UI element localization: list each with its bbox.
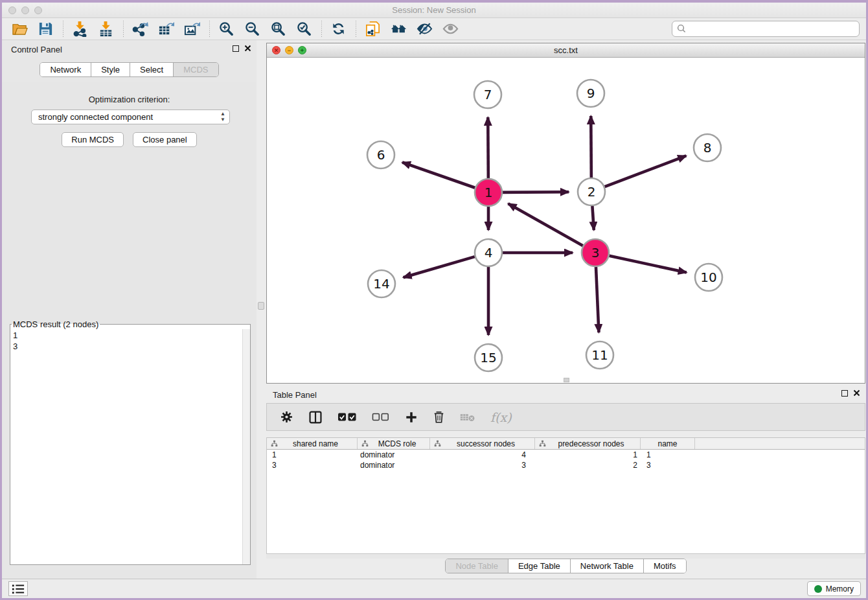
close-panel-button[interactable]: Close panel [133, 132, 197, 147]
table-cell[interactable]: 1 [535, 450, 641, 460]
network-window-titlebar[interactable]: ✕ − + scc.txt [267, 43, 865, 58]
graph-node-label: 15 [480, 350, 496, 365]
result-scrollbar[interactable] [242, 329, 250, 564]
graph-edge-4-14[interactable] [404, 257, 475, 277]
table-cell[interactable]: 3 [641, 460, 695, 470]
result-item[interactable]: 3 [13, 341, 247, 352]
table-panel-title: Table Panel [273, 390, 317, 400]
table-cell[interactable]: 3 [267, 460, 358, 470]
table-cell[interactable]: 1 [267, 450, 358, 460]
import-network-icon[interactable] [69, 20, 91, 38]
export-network-icon[interactable] [129, 20, 151, 38]
graph-node-4[interactable]: 4 [475, 239, 502, 266]
open-session-icon[interactable] [8, 20, 30, 38]
add-row-icon[interactable] [405, 411, 418, 424]
search-icon [677, 24, 686, 33]
table-row[interactable]: 1dominator411 [267, 450, 865, 460]
column-header-predecessor-nodes[interactable]: predecessor nodes [535, 438, 641, 449]
network-graph[interactable]: 7968124314101511 [267, 58, 865, 383]
graph-edge-3-11[interactable] [596, 267, 599, 332]
control-panel-title: Control Panel [11, 45, 62, 54]
export-table-icon[interactable] [155, 20, 177, 38]
duplicate-network-icon[interactable] [361, 20, 383, 38]
graph-edge-2-8[interactable] [605, 156, 687, 187]
refresh-layout-icon[interactable] [327, 20, 349, 38]
table-cell[interactable]: dominator [358, 450, 430, 460]
tab-select[interactable]: Select [130, 63, 174, 76]
graph-node-label: 7 [484, 87, 492, 102]
column-header-name[interactable]: name [641, 438, 695, 449]
result-item[interactable]: 1 [13, 330, 247, 341]
table-row[interactable]: 3dominator323 [267, 460, 865, 470]
graph-node-3[interactable]: 3 [582, 239, 609, 266]
graph-node-7[interactable]: 7 [474, 81, 501, 108]
select-all-icon[interactable] [337, 411, 357, 423]
tab-network-table[interactable]: Network Table [571, 559, 644, 573]
hide-selected-icon[interactable] [413, 20, 435, 38]
list-icon [12, 583, 25, 595]
float-panel-icon[interactable] [233, 45, 239, 52]
export-image-icon[interactable] [181, 20, 203, 38]
column-type-icon [361, 440, 369, 447]
tab-edge-table[interactable]: Edge Table [508, 559, 571, 573]
zoom-fit-icon[interactable] [267, 20, 289, 38]
graph-node-6[interactable]: 6 [367, 141, 394, 168]
graph-node-10[interactable]: 10 [695, 264, 722, 291]
column-header-shared-name[interactable]: shared name [267, 438, 358, 449]
task-history-button[interactable] [8, 581, 28, 596]
optimization-criterion-label: Optimization criterion: [2, 95, 257, 104]
mcds-result-list[interactable]: 13 [10, 329, 250, 564]
tab-node-table[interactable]: Node Table [446, 559, 508, 573]
import-table-icon[interactable] [95, 20, 117, 38]
table-cell[interactable]: dominator [358, 460, 430, 470]
save-session-icon[interactable] [34, 20, 56, 38]
graph-edge-1-6[interactable] [402, 163, 475, 188]
zoom-selected-icon[interactable] [293, 20, 315, 38]
split-columns-icon[interactable] [308, 410, 323, 424]
table-cell[interactable]: 2 [535, 460, 641, 470]
zoom-out-icon[interactable] [241, 20, 263, 38]
graph-node-15[interactable]: 15 [475, 344, 502, 371]
graph-node-1[interactable]: 1 [475, 179, 502, 206]
graph-node-11[interactable]: 11 [586, 341, 613, 369]
float-table-panel-icon[interactable] [841, 390, 848, 397]
graph-node-8[interactable]: 8 [694, 134, 721, 161]
close-panel-icon[interactable] [244, 45, 251, 52]
column-header-mcds-role[interactable]: MCDS role [358, 438, 430, 449]
graph-edge-3-1[interactable] [508, 203, 582, 246]
search-input[interactable] [672, 21, 860, 37]
run-mcds-button[interactable]: Run MCDS [62, 132, 124, 147]
deselect-all-icon[interactable] [372, 411, 390, 422]
column-header-successor-nodes[interactable]: successor nodes [430, 438, 535, 449]
gear-icon[interactable] [280, 410, 293, 424]
graph-edge-1-2[interactable] [503, 192, 569, 192]
graph-edge-2-3[interactable] [592, 206, 593, 230]
tab-mcds[interactable]: MCDS [174, 63, 218, 76]
graph-edge-3-10[interactable] [609, 256, 686, 273]
canvas-scroll-thumb[interactable] [564, 378, 569, 382]
memory-button[interactable]: Memory [807, 581, 861, 596]
delete-row-icon[interactable] [433, 410, 445, 424]
toolbar-separator [209, 21, 210, 38]
zoom-in-icon[interactable] [215, 20, 237, 38]
graph-node-label: 2 [588, 184, 596, 200]
criterion-select[interactable]: strongly connected component ▲▼ [31, 110, 230, 124]
control-panel-tabs: NetworkStyleSelectMCDS [40, 62, 218, 77]
tab-network[interactable]: Network [40, 63, 91, 76]
close-table-panel-icon[interactable] [853, 389, 860, 397]
graph-node-2[interactable]: 2 [578, 178, 605, 205]
graph-node-label: 3 [591, 245, 600, 260]
table-cell[interactable]: 4 [430, 450, 535, 460]
first-neighbors-icon[interactable] [387, 20, 409, 38]
memory-status-icon [814, 585, 822, 593]
tab-style[interactable]: Style [91, 63, 130, 76]
network-canvas[interactable]: 7968124314101511 [267, 58, 865, 383]
tab-motifs[interactable]: Motifs [644, 559, 686, 573]
panel-splitter-handle[interactable] [258, 302, 264, 310]
graph-edge-2-9[interactable] [591, 116, 591, 178]
table-cell[interactable]: 3 [430, 460, 535, 470]
graph-edge-1-7[interactable] [488, 117, 488, 178]
graph-node-9[interactable]: 9 [577, 80, 604, 107]
table-cell[interactable]: 1 [641, 450, 695, 460]
graph-node-14[interactable]: 14 [368, 270, 395, 297]
